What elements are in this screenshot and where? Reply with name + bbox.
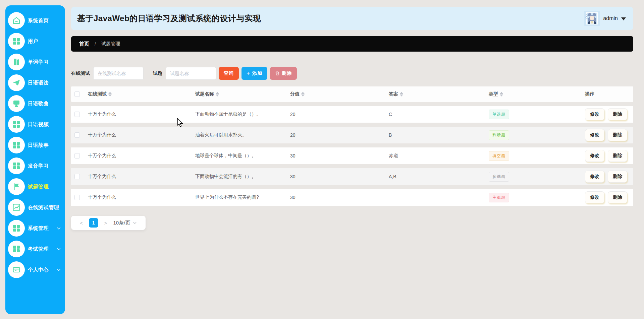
sidebar-item-system[interactable]: 系统管理: [5, 218, 65, 239]
user-menu[interactable]: admin: [584, 11, 626, 26]
type-tag: 单选题: [489, 110, 509, 119]
plus-icon: +: [247, 70, 250, 77]
cell-online-test: 十万个为什么: [88, 153, 195, 159]
sidebar-item-users[interactable]: 用户: [5, 31, 65, 52]
cell-score: 30: [290, 195, 389, 200]
trash-icon: [275, 71, 280, 76]
add-button[interactable]: + 添加: [241, 67, 267, 80]
flag-icon: [8, 178, 25, 195]
breadcrumb-separator: /: [95, 41, 96, 47]
sidebar: 系统首页 用户 单词学习 日语语法 日语歌曲 日语视频 日语故事 发音学习: [5, 5, 65, 314]
cell-online-test: 十万个为什么: [88, 174, 195, 180]
edit-button[interactable]: 修改: [585, 129, 604, 141]
grid-icon: [8, 157, 25, 174]
online-test-input[interactable]: [93, 67, 144, 80]
book-icon: [8, 54, 25, 70]
breadcrumb: 首页 / 试题管理: [71, 36, 633, 52]
delete-button[interactable]: 删除: [608, 108, 627, 120]
grid-icon: [8, 241, 25, 257]
home-icon: [8, 12, 25, 29]
next-page-button[interactable]: >: [104, 220, 107, 226]
sidebar-item-stories[interactable]: 日语故事: [5, 135, 65, 155]
edit-button[interactable]: 修改: [585, 191, 604, 203]
row-checkbox[interactable]: [74, 153, 80, 158]
table-row: 十万个为什么 下面动物中会流汗的有（）。 30 A,B 多选题 修改 删除: [71, 168, 633, 185]
questions-table: 在线测试 试题名称 分值 答案 类型 操作 十万个为什么 下面动物不属于昆虫的是…: [71, 86, 633, 206]
sidebar-item-home[interactable]: 系统首页: [5, 10, 65, 31]
sidebar-item-questions[interactable]: 试题管理: [5, 176, 65, 197]
sidebar-item-label: 在线测试管理: [28, 204, 59, 211]
sidebar-item-exam[interactable]: 考试管理: [5, 239, 65, 259]
sidebar-item-grammar[interactable]: 日语语法: [5, 72, 65, 93]
plane-icon: [8, 74, 25, 91]
type-tag: 判断题: [489, 130, 509, 140]
user-name: admin: [603, 15, 618, 21]
select-all-checkbox[interactable]: [74, 91, 80, 97]
cell-question-name: 世界上为什么不存在完美的圆?: [195, 194, 290, 200]
avatar: [584, 11, 600, 26]
sort-icon[interactable]: [400, 92, 403, 97]
search-toolbar: 在线测试 试题 查询 + 添加 删除: [71, 67, 633, 80]
chevron-down-icon: [56, 267, 61, 272]
cell-answer: B: [389, 132, 489, 138]
column-header-6[interactable]: 操作: [585, 91, 633, 97]
grid-icon: [8, 137, 25, 153]
cell-question-name: 油着火后可以用水扑灭。: [195, 132, 290, 138]
delete-button[interactable]: 删除: [608, 150, 627, 162]
sidebar-item-pronounce[interactable]: 发音学习: [5, 155, 65, 176]
cell-score: 20: [290, 112, 389, 117]
cell-question-name: 下面动物中会流汗的有（）。: [195, 174, 290, 180]
table-row: 十万个为什么 下面动物不属于昆虫的是（）。 20 C 单选题 修改 删除: [71, 106, 633, 123]
header-bar: 基于JavaWeb的日语学习及测试系统的设计与实现 admin: [71, 7, 633, 30]
table-header-row: 在线测试 试题名称 分值 答案 类型 操作: [71, 86, 633, 102]
cell-score: 20: [290, 132, 389, 138]
cell-answer: A,B: [389, 174, 489, 179]
sidebar-item-label: 考试管理: [28, 246, 49, 252]
row-checkbox[interactable]: [74, 132, 80, 138]
chevron-down-icon: [133, 221, 137, 225]
edit-button[interactable]: 修改: [585, 108, 604, 120]
grid-icon: [8, 116, 25, 133]
sort-icon[interactable]: [108, 92, 112, 97]
sidebar-item-videos[interactable]: 日语视频: [5, 114, 65, 135]
prev-page-button[interactable]: <: [80, 220, 83, 226]
delete-button[interactable]: 删除: [608, 129, 627, 141]
page-number-button[interactable]: 1: [89, 218, 98, 228]
delete-button[interactable]: 删除: [608, 171, 627, 183]
batch-delete-button[interactable]: 删除: [270, 67, 297, 80]
chevron-down-icon: [56, 226, 61, 231]
sidebar-item-label: 系统首页: [28, 17, 49, 24]
column-header-1[interactable]: 在线测试: [88, 91, 195, 97]
column-header-5[interactable]: 类型: [489, 91, 585, 97]
edit-button[interactable]: 修改: [585, 150, 604, 162]
sidebar-item-profile[interactable]: 个人中心: [5, 259, 65, 280]
row-checkbox[interactable]: [74, 195, 80, 200]
column-header-3[interactable]: 分值: [290, 91, 389, 97]
sidebar-item-words[interactable]: 单词学习: [5, 52, 65, 72]
edit-button[interactable]: 修改: [585, 171, 604, 183]
query-button[interactable]: 查询: [219, 67, 239, 80]
sidebar-item-label: 试题管理: [28, 184, 49, 190]
row-checkbox[interactable]: [74, 174, 80, 179]
cell-answer: C: [389, 112, 489, 117]
sort-icon[interactable]: [500, 92, 503, 97]
sort-icon[interactable]: [301, 92, 305, 97]
column-header-2[interactable]: 试题名称: [195, 91, 290, 97]
table-row: 十万个为什么 地球是个球体，中间是（）。 30 赤道 填空题 修改 删除: [71, 147, 633, 164]
sidebar-item-label: 个人中心: [28, 267, 49, 273]
page-size-select[interactable]: 10条/页: [113, 220, 137, 226]
question-label: 试题: [153, 70, 162, 76]
sidebar-item-online-test[interactable]: 在线测试管理: [5, 197, 65, 218]
breadcrumb-home[interactable]: 首页: [79, 41, 89, 47]
question-input[interactable]: [166, 67, 216, 80]
sidebar-item-label: 系统管理: [28, 225, 49, 232]
row-checkbox[interactable]: [74, 112, 80, 117]
grid-icon: [8, 220, 25, 237]
cell-question-name: 下面动物不属于昆虫的是（）。: [195, 111, 290, 117]
cell-question-name: 地球是个球体，中间是（）。: [195, 153, 290, 159]
sidebar-item-songs[interactable]: 日语歌曲: [5, 93, 65, 114]
sort-icon[interactable]: [216, 92, 219, 97]
delete-button[interactable]: 删除: [608, 191, 627, 203]
card-icon: [8, 261, 25, 278]
column-header-4[interactable]: 答案: [389, 91, 489, 97]
